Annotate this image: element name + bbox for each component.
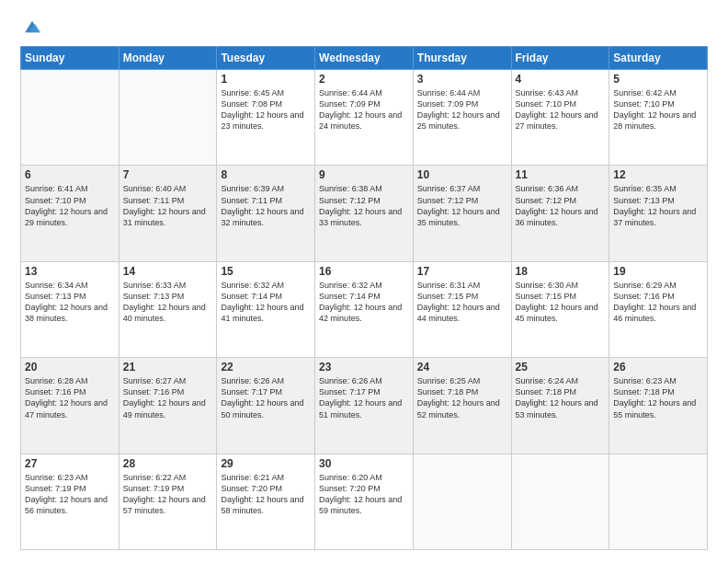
calendar-cell bbox=[119, 70, 217, 166]
day-info: Sunrise: 6:29 AM Sunset: 7:16 PM Dayligh… bbox=[613, 280, 703, 325]
day-number: 22 bbox=[221, 361, 311, 373]
day-info: Sunrise: 6:23 AM Sunset: 7:19 PM Dayligh… bbox=[25, 472, 115, 517]
day-info: Sunrise: 6:39 AM Sunset: 7:11 PM Dayligh… bbox=[221, 183, 311, 228]
day-number: 19 bbox=[613, 265, 703, 278]
day-number: 11 bbox=[516, 168, 606, 181]
calendar-week-row: 20Sunrise: 6:28 AM Sunset: 7:16 PM Dayli… bbox=[21, 358, 708, 454]
calendar-week-row: 13Sunrise: 6:34 AM Sunset: 7:13 PM Dayli… bbox=[21, 261, 708, 357]
calendar-cell: 11Sunrise: 6:36 AM Sunset: 7:12 PM Dayli… bbox=[511, 166, 609, 261]
calendar-cell: 28Sunrise: 6:22 AM Sunset: 7:19 PM Dayli… bbox=[119, 454, 217, 549]
calendar-cell bbox=[609, 454, 708, 549]
calendar-cell: 2Sunrise: 6:44 AM Sunset: 7:09 PM Daylig… bbox=[315, 70, 414, 166]
day-number: 9 bbox=[319, 168, 409, 181]
logo-icon bbox=[22, 17, 42, 37]
day-number: 2 bbox=[319, 73, 409, 86]
day-number: 6 bbox=[25, 168, 115, 181]
day-info: Sunrise: 6:31 AM Sunset: 7:15 PM Dayligh… bbox=[417, 280, 507, 325]
calendar-cell: 7Sunrise: 6:40 AM Sunset: 7:11 PM Daylig… bbox=[119, 166, 217, 261]
day-info: Sunrise: 6:38 AM Sunset: 7:12 PM Dayligh… bbox=[319, 183, 409, 228]
day-number: 24 bbox=[417, 361, 507, 373]
day-number: 29 bbox=[221, 457, 311, 470]
calendar-cell: 4Sunrise: 6:43 AM Sunset: 7:10 PM Daylig… bbox=[511, 70, 609, 166]
calendar-week-row: 27Sunrise: 6:23 AM Sunset: 7:19 PM Dayli… bbox=[21, 454, 708, 549]
day-number: 17 bbox=[417, 265, 507, 278]
weekday-header: Monday bbox=[119, 47, 217, 70]
day-info: Sunrise: 6:26 AM Sunset: 7:17 PM Dayligh… bbox=[319, 375, 409, 420]
day-info: Sunrise: 6:44 AM Sunset: 7:09 PM Dayligh… bbox=[417, 87, 507, 132]
day-info: Sunrise: 6:27 AM Sunset: 7:16 PM Dayligh… bbox=[123, 375, 213, 420]
calendar-cell: 21Sunrise: 6:27 AM Sunset: 7:16 PM Dayli… bbox=[119, 358, 217, 454]
weekday-header: Thursday bbox=[413, 47, 511, 70]
weekday-header: Tuesday bbox=[217, 47, 315, 70]
day-info: Sunrise: 6:44 AM Sunset: 7:09 PM Dayligh… bbox=[319, 87, 409, 132]
day-number: 5 bbox=[613, 73, 703, 86]
day-info: Sunrise: 6:41 AM Sunset: 7:10 PM Dayligh… bbox=[25, 183, 115, 228]
calendar-cell: 27Sunrise: 6:23 AM Sunset: 7:19 PM Dayli… bbox=[21, 454, 119, 549]
calendar-cell: 23Sunrise: 6:26 AM Sunset: 7:17 PM Dayli… bbox=[315, 358, 414, 454]
day-info: Sunrise: 6:21 AM Sunset: 7:20 PM Dayligh… bbox=[221, 472, 311, 517]
day-number: 26 bbox=[613, 361, 703, 373]
day-number: 15 bbox=[221, 265, 311, 278]
day-number: 28 bbox=[123, 457, 213, 470]
day-number: 27 bbox=[25, 457, 115, 470]
day-number: 18 bbox=[516, 265, 606, 278]
day-info: Sunrise: 6:37 AM Sunset: 7:12 PM Dayligh… bbox=[417, 183, 507, 228]
day-info: Sunrise: 6:32 AM Sunset: 7:14 PM Dayligh… bbox=[319, 280, 409, 325]
day-number: 30 bbox=[319, 457, 409, 470]
calendar-cell: 29Sunrise: 6:21 AM Sunset: 7:20 PM Dayli… bbox=[217, 454, 315, 549]
day-info: Sunrise: 6:34 AM Sunset: 7:13 PM Dayligh… bbox=[25, 280, 115, 325]
weekday-header: Saturday bbox=[609, 47, 708, 70]
calendar-cell: 15Sunrise: 6:32 AM Sunset: 7:14 PM Dayli… bbox=[217, 261, 315, 357]
weekday-header: Sunday bbox=[21, 47, 119, 70]
calendar-cell: 25Sunrise: 6:24 AM Sunset: 7:18 PM Dayli… bbox=[511, 358, 609, 454]
calendar-cell: 9Sunrise: 6:38 AM Sunset: 7:12 PM Daylig… bbox=[315, 166, 414, 261]
day-number: 16 bbox=[319, 265, 409, 278]
day-info: Sunrise: 6:43 AM Sunset: 7:10 PM Dayligh… bbox=[516, 87, 606, 132]
day-info: Sunrise: 6:25 AM Sunset: 7:18 PM Dayligh… bbox=[417, 375, 507, 420]
day-number: 20 bbox=[25, 361, 115, 373]
day-info: Sunrise: 6:35 AM Sunset: 7:13 PM Dayligh… bbox=[613, 183, 703, 228]
calendar-table: SundayMondayTuesdayWednesdayThursdayFrid… bbox=[20, 46, 708, 550]
day-number: 8 bbox=[221, 168, 311, 181]
day-number: 3 bbox=[417, 73, 507, 86]
day-number: 25 bbox=[516, 361, 606, 373]
calendar-week-row: 6Sunrise: 6:41 AM Sunset: 7:10 PM Daylig… bbox=[21, 166, 708, 261]
day-info: Sunrise: 6:28 AM Sunset: 7:16 PM Dayligh… bbox=[25, 375, 115, 420]
day-number: 7 bbox=[123, 168, 213, 181]
calendar-cell: 22Sunrise: 6:26 AM Sunset: 7:17 PM Dayli… bbox=[217, 358, 315, 454]
calendar-cell: 30Sunrise: 6:20 AM Sunset: 7:20 PM Dayli… bbox=[315, 454, 414, 549]
calendar-cell: 17Sunrise: 6:31 AM Sunset: 7:15 PM Dayli… bbox=[413, 261, 511, 357]
calendar-week-row: 1Sunrise: 6:45 AM Sunset: 7:08 PM Daylig… bbox=[21, 70, 708, 166]
calendar-cell bbox=[21, 70, 119, 166]
calendar-cell: 1Sunrise: 6:45 AM Sunset: 7:08 PM Daylig… bbox=[217, 70, 315, 166]
calendar-cell: 20Sunrise: 6:28 AM Sunset: 7:16 PM Dayli… bbox=[21, 358, 119, 454]
top-section bbox=[20, 17, 708, 37]
day-number: 1 bbox=[221, 73, 311, 86]
day-info: Sunrise: 6:33 AM Sunset: 7:13 PM Dayligh… bbox=[123, 280, 213, 325]
day-info: Sunrise: 6:30 AM Sunset: 7:15 PM Dayligh… bbox=[516, 280, 606, 325]
calendar-cell: 16Sunrise: 6:32 AM Sunset: 7:14 PM Dayli… bbox=[315, 261, 414, 357]
weekday-header: Wednesday bbox=[315, 47, 414, 70]
day-number: 4 bbox=[516, 73, 606, 86]
day-info: Sunrise: 6:23 AM Sunset: 7:18 PM Dayligh… bbox=[613, 375, 703, 420]
calendar-cell: 24Sunrise: 6:25 AM Sunset: 7:18 PM Dayli… bbox=[413, 358, 511, 454]
calendar-cell: 26Sunrise: 6:23 AM Sunset: 7:18 PM Dayli… bbox=[609, 358, 708, 454]
calendar-cell: 19Sunrise: 6:29 AM Sunset: 7:16 PM Dayli… bbox=[609, 261, 708, 357]
day-number: 10 bbox=[417, 168, 507, 181]
day-info: Sunrise: 6:36 AM Sunset: 7:12 PM Dayligh… bbox=[516, 183, 606, 228]
calendar-cell: 12Sunrise: 6:35 AM Sunset: 7:13 PM Dayli… bbox=[609, 166, 708, 261]
day-number: 21 bbox=[123, 361, 213, 373]
header-row: SundayMondayTuesdayWednesdayThursdayFrid… bbox=[21, 47, 708, 70]
day-info: Sunrise: 6:22 AM Sunset: 7:19 PM Dayligh… bbox=[123, 472, 213, 517]
calendar-cell: 10Sunrise: 6:37 AM Sunset: 7:12 PM Dayli… bbox=[413, 166, 511, 261]
day-info: Sunrise: 6:24 AM Sunset: 7:18 PM Dayligh… bbox=[516, 375, 606, 420]
weekday-header: Friday bbox=[511, 47, 609, 70]
calendar-cell: 14Sunrise: 6:33 AM Sunset: 7:13 PM Dayli… bbox=[119, 261, 217, 357]
calendar-cell bbox=[511, 454, 609, 549]
logo bbox=[20, 17, 42, 37]
page: SundayMondayTuesdayWednesdayThursdayFrid… bbox=[0, 0, 728, 563]
calendar-cell: 6Sunrise: 6:41 AM Sunset: 7:10 PM Daylig… bbox=[21, 166, 119, 261]
day-number: 13 bbox=[25, 265, 115, 278]
day-number: 12 bbox=[613, 168, 703, 181]
day-info: Sunrise: 6:20 AM Sunset: 7:20 PM Dayligh… bbox=[319, 472, 409, 517]
